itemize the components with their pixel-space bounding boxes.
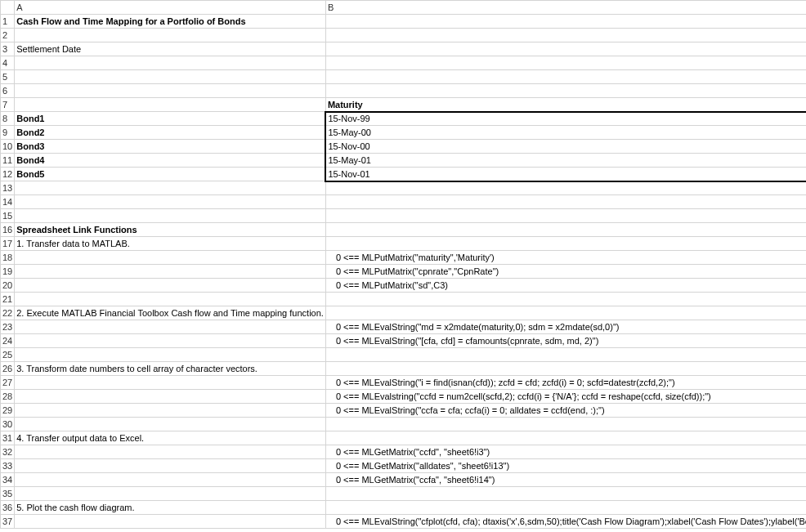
page-title[interactable]: Cash Flow and Time Mapping for a Portfol… <box>15 15 326 29</box>
settlement-label[interactable]: Settlement Date <box>15 42 326 56</box>
slf-header[interactable]: Spreadsheet Link Functions <box>15 223 326 237</box>
col-headers: A B C D E F G H I J K L M N <box>1 1 807 15</box>
spreadsheet[interactable]: A B C D E F G H I J K L M N 1 Cash Flow … <box>0 0 806 529</box>
